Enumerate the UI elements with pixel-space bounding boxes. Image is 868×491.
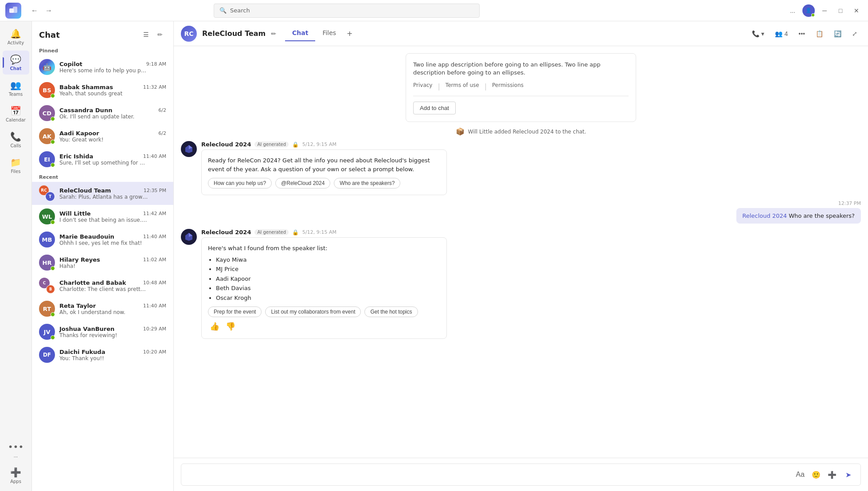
notes-button[interactable]: 📋 [812,27,827,40]
chat-item-hilary[interactable]: HR Hilary Reyes 11:02 AM Haha! [32,251,173,274]
chat-item-relecloudteam[interactable]: RC T ReleCloud Team 12:35 PM Sarah: Plus… [32,182,173,205]
user-message-time: 12:37 PM [838,200,861,206]
add-to-chat-button[interactable]: Add to chat [413,102,456,114]
chat-item-cassandra[interactable]: CD Cassandra Dunn 6/2 Ok. I'll send an u… [32,102,173,125]
prompt-chips-1: How can you help us? @ReleCloud 2024 Who… [208,178,440,189]
chip-prep[interactable]: Prep for the event [208,306,262,317]
chat-time-eric: 11:40 AM [143,153,166,159]
attach-button[interactable]: ➕ [826,468,838,481]
tab-chat[interactable]: Chat [285,26,315,41]
chat-item-joshua[interactable]: JV Joshua VanBuren 10:29 AM Thanks for r… [32,320,173,343]
call-dropdown-icon: ▾ [761,30,764,37]
chat-name-hilary: Hilary Reyes [59,256,100,263]
call-button[interactable]: 📞 ▾ [748,27,768,40]
chip-topics[interactable]: Get the hot topics [364,306,418,317]
sidebar-item-calls[interactable]: 📞 Calls [3,128,29,152]
chat-info-eric: Eric Ishida 11:40 AM Sure, I'll set up s… [59,153,166,166]
sidebar-item-files[interactable]: 📁 Files [3,153,29,177]
more-options-button[interactable]: ••• [795,27,809,40]
chat-item-reta[interactable]: RT Reta Taylor 11:40 AM Ah, ok I underst… [32,297,173,320]
chip-speakers[interactable]: Who are the speakers? [334,178,400,189]
sidebar-item-teams[interactable]: 👥 Teams [3,76,29,100]
participants-button[interactable]: 👥 4 [771,27,791,40]
popout-button[interactable]: ⤢ [848,27,861,40]
sidebar-item-apps[interactable]: ➕ Apps [3,464,29,487]
emoji-button[interactable]: 🙂 [810,468,822,481]
prompt-chips-2: Prep for the event List out my collabora… [208,306,440,317]
chat-time-babak: 11:32 AM [143,84,166,90]
sidebar-item-more[interactable]: ••• ... [3,438,29,462]
search-icon: 🔍 [219,7,227,14]
chat-item-copilot[interactable]: 🤖 Copilot 9:18 AM Here's some info to he… [32,55,173,79]
chat-time-marie: 11:40 AM [143,234,166,240]
thumbs-down-button[interactable]: 👎 [224,321,237,332]
system-message: 📦 Will Little added Relecloud 2024 to th… [181,127,861,136]
sidebar-item-chat[interactable]: 💬 Chat [3,51,29,75]
chat-preview-cassandra: Ok. I'll send an update later. [59,114,148,120]
chat-list-panel: Chat ☰ ✏ Pinned 🤖 Copilot 9:18 AM Here's… [32,21,174,491]
system-message-text: Will Little added Relecloud 2024 to the … [468,129,586,135]
chat-item-eric[interactable]: EI Eric Ishida 11:40 AM Sure, I'll set u… [32,148,173,171]
chip-collaborators[interactable]: List out my collaborators from event [265,306,361,317]
filter-button[interactable]: ☰ [140,28,152,41]
chat-preview-hilary: Haha! [59,263,148,269]
chat-item-will[interactable]: WL Will Little 11:42 AM I don't see that… [32,205,173,228]
user-avatar[interactable]: 👤 [802,4,815,17]
permissions-link[interactable]: Permissions [492,82,524,90]
app-card-container: Two line app description before going to… [181,53,861,122]
chat-header-right: 📞 ▾ 👥 4 ••• 📋 🔄 ⤢ [748,27,861,40]
minimize-button[interactable]: ─ [818,4,831,17]
more-button[interactable]: ... [786,4,799,17]
sidebar-item-files-label: Files [11,169,21,174]
chat-preview-babak: Yeah, that sounds great [59,90,148,97]
loop-button[interactable]: 🔄 [830,27,845,40]
sidebar-item-activity[interactable]: 🔔 Activity [3,25,29,49]
tab-add-button[interactable]: + [343,26,356,41]
send-button[interactable]: ➤ [842,468,854,481]
new-chat-button[interactable]: ✏ [154,28,166,41]
sidebar-item-calendar[interactable]: 📅 Calendar [3,102,29,126]
compose-box[interactable]: Aa 🙂 ➕ ➤ [181,464,861,486]
chat-info-aadi: Aadi Kapoor 6/2 You: Great work! [59,130,166,143]
back-button[interactable]: ← [28,4,41,17]
chat-name-joshua: Joshua VanBuren [59,326,114,332]
user-bubble-wrap: 12:37 PM Relecloud 2024 Who are the spea… [736,200,861,224]
tab-files[interactable]: Files [315,26,343,41]
sidebar-nav: 🔔 Activity 💬 Chat 👥 Teams 📅 Calendar 📞 C… [0,21,32,491]
chat-time-daichi: 10:20 AM [143,349,166,355]
bot-content-2: Here's what I found from the speaker lis… [201,237,447,339]
privacy-link[interactable]: Privacy [413,82,432,90]
thumbs-up-button[interactable]: 👍 [208,321,221,332]
chat-item-aadi[interactable]: AK Aadi Kapoor 6/2 You: Great work! [32,125,173,148]
titlebar-right: ... 👤 ─ □ ✕ [786,4,863,17]
chat-item-daichi[interactable]: DF Daichi Fukuda 10:20 AM You: Thank you… [32,343,173,366]
format-button[interactable]: Aa [794,468,806,481]
chip-relecloud2024[interactable]: @ReleCloud 2024 [275,178,330,189]
chat-time-hilary: 11:02 AM [143,257,166,263]
chat-name-cassandra: Cassandra Dunn [59,107,112,114]
maximize-button[interactable]: □ [834,4,847,17]
forward-button[interactable]: → [43,4,55,17]
avatar-cassandra: CD [39,105,55,121]
chat-item-marie[interactable]: MB Marie Beaudouin 11:40 AM Ohhh I see, … [32,228,173,251]
search-box[interactable]: 🔍 Search [214,4,480,18]
sidebar-item-activity-label: Activity [8,40,24,45]
terms-link[interactable]: Terms of use [446,82,479,90]
chip-help[interactable]: How can you help us? [208,178,272,189]
bot-time-2: 5/12, 9:15 AM [302,229,336,235]
chat-header: RC ReleCloud Team ✏ Chat Files + 📞 ▾ 👥 4 [174,21,868,46]
chat-main: RC ReleCloud Team ✏ Chat Files + 📞 ▾ 👥 4 [174,21,868,491]
edit-name-button[interactable]: ✏ [271,30,276,37]
thumbs-row: 👍 👎 [208,321,440,332]
app-card: Two line app description before going to… [406,53,636,122]
chat-item-charlottebabak[interactable]: C B Charlotte and Babak 10:48 AM Charlot… [32,274,173,297]
chat-header-avatar: RC [181,26,197,42]
bot-name-2: Relecloud 2024 [201,229,251,236]
chat-preview-reta: Ah, ok I understand now. [59,309,148,315]
participants-count: 4 [784,30,788,37]
chat-item-babak[interactable]: BS Babak Shammas 11:32 AM Yeah, that sou… [32,79,173,102]
titlebar: ← → 🔍 Search ... 👤 ─ □ ✕ [0,0,868,21]
avatar-relecloudteam: RC T [39,185,55,201]
close-button[interactable]: ✕ [850,4,863,17]
chat-list-title: Chat [39,30,60,39]
